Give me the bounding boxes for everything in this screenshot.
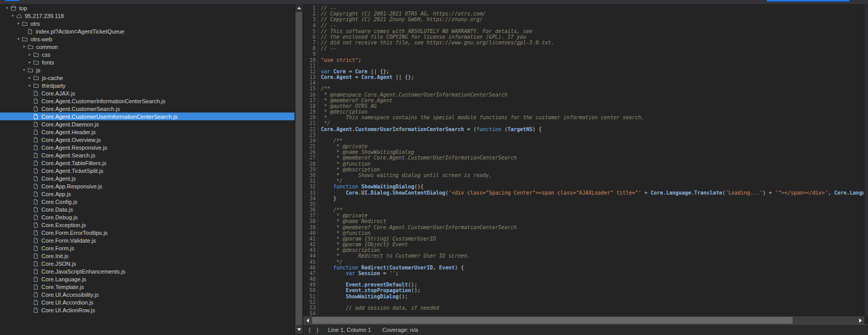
line-number[interactable]: 44 (303, 253, 316, 259)
tree-item-otrs[interactable]: ▾otrs (0, 20, 295, 27)
code-area[interactable]: 1234567891011121314151617181920212223242… (303, 4, 864, 316)
tree-item-core-app-js[interactable]: Core.App.js (0, 190, 295, 198)
tree-item-core-template-js[interactable]: Core.Template.js (0, 283, 295, 291)
scroll-down-button[interactable] (295, 326, 303, 333)
line-number[interactable]: 30 (303, 172, 316, 178)
tree-item-core-agent-header-js[interactable]: Core.Agent.Header.js (0, 128, 295, 136)
code-line[interactable]: } (321, 196, 864, 201)
tree-item-core-form-validate-js[interactable]: Core.Form.Validate.js (0, 236, 295, 244)
code-line[interactable]: Core.Agent = Core.Agent || {}; (321, 74, 864, 80)
tree-item-core-language-js[interactable]: Core.Language.js (0, 275, 295, 283)
line-number[interactable]: 51 (303, 294, 316, 299)
tree-item-core-agent-overview-js[interactable]: Core.Agent.Overview.js (0, 136, 295, 143)
code-line[interactable]: // the enclosed file COPYING for license… (321, 34, 864, 40)
line-number[interactable]: 16 (303, 92, 316, 98)
code-line[interactable]: // This software comes with ABSOLUTELY N… (321, 28, 864, 34)
code-line[interactable] (321, 201, 864, 207)
chevron-right-icon[interactable]: ▸ (27, 82, 33, 89)
code-line[interactable]: "use strict"; (321, 57, 864, 63)
code-line[interactable]: * @function (321, 230, 864, 236)
tree-item-top[interactable]: ▾top (0, 4, 295, 12)
line-number[interactable]: 27 (303, 155, 316, 161)
tree-item-core-data-js[interactable]: Core.Data.js (0, 205, 295, 213)
line-number[interactable]: 37 (303, 213, 316, 218)
line-number[interactable]: 22 (303, 126, 316, 132)
line-number[interactable]: 21 (303, 120, 316, 126)
tree-item-core-init-js[interactable]: Core.Init.js (0, 252, 295, 260)
code-line[interactable]: /** (321, 138, 864, 143)
code-line[interactable]: Core.Agent.CustomerUserInformationCenter… (321, 126, 864, 132)
line-number[interactable]: 54 (303, 311, 316, 316)
code-line[interactable]: // did not receive this file, see https:… (321, 40, 864, 45)
tree-item-95-217-239-118[interactable]: ▾95.217.239.118 (0, 12, 295, 20)
line-number[interactable]: 4 (303, 23, 316, 28)
code-line[interactable]: * @description (321, 167, 864, 172)
line-number[interactable]: 15 (303, 86, 316, 91)
code-line[interactable]: ShowWaitingDialog(); (321, 294, 864, 299)
tree-item-core-agent-customersearch-js[interactable]: Core.Agent.CustomerSearch.js (0, 105, 295, 113)
tree-item-core-json-js[interactable]: Core.JSON.js (0, 260, 295, 267)
code-line[interactable]: * @param {String} CustomerUserID (321, 236, 864, 242)
line-number[interactable]: 8 (303, 45, 316, 51)
code-line[interactable]: * @memberof Core.Agent.CustomerUserInfor… (321, 225, 864, 230)
code-line[interactable]: * Redirect to Customer User ID screen. (321, 253, 864, 259)
code-line[interactable] (321, 51, 864, 57)
tree-item-core-ajax-js[interactable]: Core.AJAX.js (0, 89, 295, 97)
line-number[interactable]: 53 (303, 305, 316, 311)
code-line[interactable]: * @author OTRS AG (321, 103, 864, 109)
code-line[interactable]: * @name Redirect (321, 218, 864, 224)
code-line[interactable]: Event.preventDefault(); (321, 282, 864, 288)
tree-item-js[interactable]: ▾js (0, 66, 295, 74)
code-line[interactable]: * Shows waiting dialog until screen is r… (321, 172, 864, 178)
line-number[interactable]: 41 (303, 236, 316, 242)
tree-item-core-form-errortooltips-js[interactable]: Core.Form.ErrorTooltips.js (0, 229, 295, 236)
line-number[interactable]: 14 (303, 80, 316, 86)
tree-item-core-javascriptenhancements-js[interactable]: Core.JavaScriptEnhancements.js (0, 267, 295, 275)
line-number[interactable]: 48 (303, 276, 316, 282)
tree-item-core-agent-daemon-js[interactable]: Core.Agent.Daemon.js (0, 120, 295, 128)
code-line[interactable]: // add session data, if needed (321, 305, 864, 311)
code-line[interactable] (321, 311, 864, 316)
line-number[interactable]: 11 (303, 63, 316, 69)
code-line[interactable]: */ (321, 259, 864, 265)
code-line[interactable]: * @private (321, 143, 864, 149)
code-line[interactable] (321, 299, 864, 305)
code-line[interactable]: // -- (321, 45, 864, 51)
line-number[interactable]: 43 (303, 247, 316, 253)
code-line[interactable]: * @namespace Core.Agent.CustomerUserInfo… (321, 92, 864, 98)
chevron-down-icon[interactable]: ▾ (21, 66, 27, 74)
line-number[interactable]: 5 (303, 28, 316, 34)
code-line[interactable]: Core.UI.Dialog.ShowContentDialog('<div c… (321, 190, 864, 196)
code-line[interactable]: /** (321, 207, 864, 213)
tree-item-core-app-responsive-js[interactable]: Core.App.Responsive.js (0, 182, 295, 190)
horizontal-scrollbar[interactable] (303, 316, 864, 324)
code-line[interactable]: */ (321, 178, 864, 184)
tree-item-core-exception-js[interactable]: Core.Exception.js (0, 221, 295, 229)
line-number[interactable]: 49 (303, 282, 316, 288)
tree-item-css[interactable]: ▸css (0, 51, 295, 58)
code-line[interactable] (321, 132, 864, 138)
line-number[interactable]: 32 (303, 184, 316, 189)
line-number[interactable]: 20 (303, 115, 316, 120)
chevron-down-icon[interactable]: ▾ (21, 43, 27, 51)
code-line[interactable]: */ (321, 120, 864, 126)
code-line[interactable]: // -- (321, 23, 864, 28)
tree-item-fonts[interactable]: ▸fonts (0, 58, 295, 66)
code-lines[interactable]: // --// Copyright (C) 2001-2021 OTRS AG,… (318, 5, 864, 316)
line-number[interactable]: 12 (303, 69, 316, 74)
line-number[interactable]: 31 (303, 178, 316, 184)
code-line[interactable]: * @memberof Core.Agent.CustomerUserInfor… (321, 155, 864, 161)
tree-item-core-ui-accordion-js[interactable]: Core.UI.Accordion.js (0, 298, 295, 306)
code-line[interactable]: * @description (321, 247, 864, 253)
vertical-scrollbar-thumb[interactable] (296, 12, 302, 325)
code-line[interactable]: * @param {Object} Event (321, 242, 864, 247)
line-number[interactable]: 50 (303, 288, 316, 293)
code-line[interactable]: function Redirect(CustomerUserID, Event)… (321, 265, 864, 270)
line-number[interactable]: 45 (303, 259, 316, 265)
line-number[interactable]: 13 (303, 74, 316, 80)
code-line[interactable] (321, 63, 864, 69)
code-line[interactable]: /** (321, 86, 864, 91)
chevron-down-icon[interactable]: ▾ (10, 12, 16, 20)
code-line[interactable]: Event.stopPropagation(); (321, 288, 864, 293)
horizontal-scrollbar-thumb[interactable] (312, 317, 793, 324)
